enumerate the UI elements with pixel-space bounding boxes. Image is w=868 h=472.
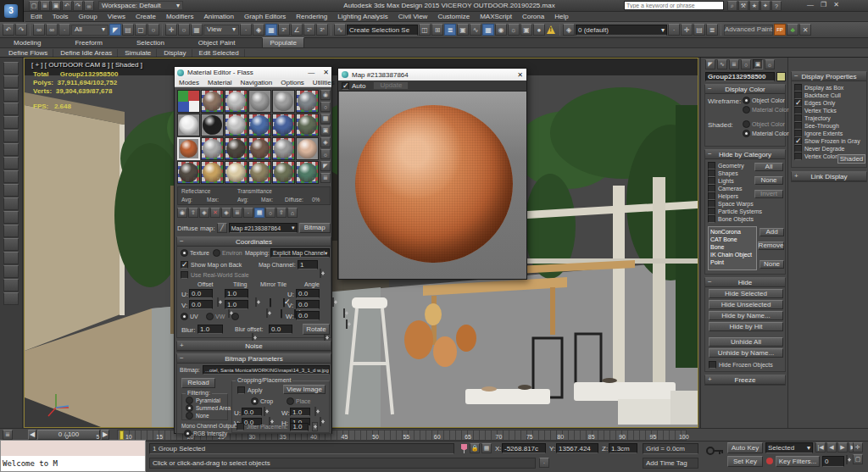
u-tile-checkbox[interactable] xyxy=(283,298,285,308)
category-checkbox-row[interactable]: Bone Objects xyxy=(708,215,762,223)
wu-radio[interactable] xyxy=(231,313,239,320)
checkbox[interactable] xyxy=(708,215,715,223)
align-icon[interactable] xyxy=(431,24,443,36)
layer-manager-icon[interactable] xyxy=(444,24,456,36)
menu-item[interactable]: Rendering xyxy=(291,12,332,21)
checkbox[interactable] xyxy=(794,153,802,160)
filtering-option[interactable]: None xyxy=(186,412,231,419)
checkbox[interactable] xyxy=(794,84,802,92)
vw-radio[interactable] xyxy=(206,313,214,320)
y-coordinate-field[interactable]: 13567.424 xyxy=(556,443,598,453)
pick-map-icon[interactable]: ╱ xyxy=(217,223,227,233)
left-toolbar-button[interactable] xyxy=(3,265,19,278)
unlink-selection-icon[interactable] xyxy=(46,24,58,36)
material-map-navigator-icon[interactable] xyxy=(320,173,331,183)
put-to-library-icon[interactable] xyxy=(232,208,242,218)
select-by-material-icon[interactable] xyxy=(320,161,331,171)
ribbon-tab[interactable]: Modeling xyxy=(7,38,47,47)
material-sample-slot[interactable] xyxy=(201,161,224,184)
material-editor-menu-item[interactable]: Material xyxy=(203,79,236,86)
map-channel-field[interactable]: 1 xyxy=(298,260,318,269)
jitter-field[interactable]: 1.0 xyxy=(290,423,309,431)
list-item[interactable]: NonCorona xyxy=(710,228,741,236)
update-button[interactable]: Update xyxy=(373,81,409,90)
w-angle-field[interactable]: 0.0 xyxy=(296,311,320,320)
left-toolbar-button[interactable] xyxy=(3,238,19,251)
filtering-option[interactable]: Pyramidal xyxy=(186,397,231,404)
hide-by-name-button[interactable]: Hide by Name... xyxy=(709,311,783,320)
map-channel-spinner[interactable] xyxy=(320,269,321,278)
checkbox[interactable] xyxy=(708,192,715,200)
display-property-row[interactable]: Never Degrade xyxy=(794,145,860,153)
v-angle-field[interactable]: 0.0 xyxy=(296,300,320,309)
bind-to-space-warp-icon[interactable] xyxy=(58,24,70,36)
close-icon[interactable]: ✕ xyxy=(517,71,523,79)
spinner[interactable] xyxy=(312,422,318,431)
material-sample-slot[interactable] xyxy=(296,161,319,184)
show-end-result-icon[interactable] xyxy=(265,208,275,218)
category-listbox[interactable]: NonCoronaCAT BoneBoneIK Chain ObjectPoin… xyxy=(708,226,757,270)
minimize-button[interactable]: — xyxy=(807,1,814,8)
checkbox[interactable] xyxy=(794,122,802,130)
window-crossing-icon[interactable] xyxy=(147,24,159,36)
shaded-object-color-radio[interactable] xyxy=(743,120,750,128)
key-mode-dropdown[interactable]: Selected xyxy=(765,442,813,453)
hierarchy-tab-icon[interactable] xyxy=(729,59,739,69)
menu-item[interactable]: MAXScript xyxy=(475,12,517,21)
left-toolbar-button[interactable] xyxy=(3,62,19,75)
list-item[interactable]: CAT Bone xyxy=(710,236,737,243)
show-map-on-back-checkbox[interactable] xyxy=(181,261,188,269)
ribbon-tool[interactable]: Define Idle Areas xyxy=(55,49,118,57)
all-button[interactable]: All xyxy=(754,163,783,171)
material-editor-icon[interactable] xyxy=(495,24,507,36)
wrench-icon[interactable]: ⚒ xyxy=(738,1,748,11)
left-toolbar-button[interactable] xyxy=(3,225,19,237)
sample-type-icon[interactable] xyxy=(320,90,331,100)
get-material-icon[interactable] xyxy=(177,208,187,218)
material-sample-slot[interactable] xyxy=(201,90,224,113)
assign-material-icon[interactable] xyxy=(199,208,209,218)
create-tab-icon[interactable] xyxy=(705,59,715,69)
checkbox[interactable] xyxy=(794,107,802,114)
apply-checkbox[interactable] xyxy=(237,386,245,394)
rollout-header[interactable]: Freeze xyxy=(705,375,785,385)
use-real-world-scale-checkbox[interactable] xyxy=(181,271,188,279)
checkbox[interactable] xyxy=(794,114,802,122)
remove-button[interactable]: Remove xyxy=(758,242,784,250)
left-toolbar-button[interactable] xyxy=(3,211,19,224)
video-color-check-icon[interactable] xyxy=(320,137,331,147)
crop-radio[interactable] xyxy=(251,397,259,405)
display-property-row[interactable]: See-Through xyxy=(794,122,860,130)
mirror-icon[interactable] xyxy=(419,24,431,36)
menu-item[interactable]: Corona xyxy=(517,12,549,21)
auto-key-button[interactable]: Auto Key xyxy=(727,442,763,453)
ribbon-tab[interactable]: Populate xyxy=(262,37,304,48)
material-editor-menu-item[interactable]: Modes xyxy=(175,79,203,86)
left-toolbar-button[interactable] xyxy=(3,184,19,197)
crop-w-field[interactable]: 1.0 xyxy=(290,408,310,416)
material-sample-slot[interactable] xyxy=(201,114,224,136)
go-forward-icon[interactable] xyxy=(287,208,298,218)
material-sample-slot[interactable] xyxy=(177,114,200,136)
rollout-header[interactable]: Hide by Category xyxy=(705,150,785,159)
u-offset-field[interactable]: 0.0 xyxy=(189,289,213,298)
checkbox[interactable] xyxy=(708,200,715,208)
menu-item[interactable]: Graph Editors xyxy=(239,12,291,21)
checkbox[interactable] xyxy=(708,169,715,177)
v-tiling-field[interactable]: 1.0 xyxy=(225,300,248,309)
material-sample-slot[interactable] xyxy=(225,114,248,136)
shaded-button[interactable]: Shaded xyxy=(837,154,865,164)
use-pivot-point-icon[interactable] xyxy=(240,24,252,36)
rectangular-selection-region-icon[interactable] xyxy=(135,24,147,36)
clear-icon[interactable] xyxy=(799,24,811,36)
search-input[interactable] xyxy=(624,1,724,10)
spinner[interactable] xyxy=(314,407,316,416)
z-coordinate-field[interactable]: 1.3cm xyxy=(609,443,637,453)
material-sample-slot[interactable] xyxy=(225,90,248,113)
material-sample-slot[interactable] xyxy=(296,90,319,113)
current-frame-field[interactable]: 0 xyxy=(822,456,844,467)
close-icon[interactable]: ✕ xyxy=(323,69,329,76)
percent-snap-icon[interactable] xyxy=(303,24,315,36)
pick-icon[interactable] xyxy=(668,24,680,36)
add-icon[interactable] xyxy=(681,24,693,36)
